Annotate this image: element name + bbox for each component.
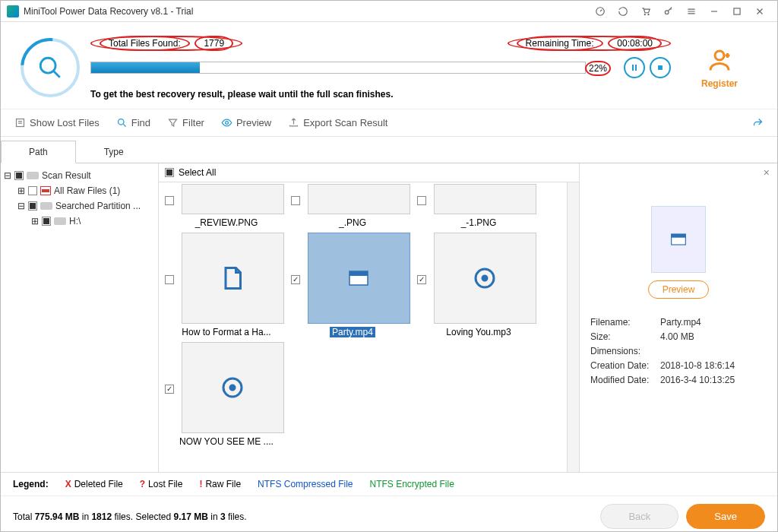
preview-panel: × Preview Filename:Party.mp4 Size:4.00 M… [580, 163, 777, 472]
tree-root[interactable]: ⊟Scan Result [4, 168, 155, 183]
legend-ntfs-compressed: NTFS Compressed File [258, 479, 353, 489]
select-all-checkbox[interactable]: Select All [159, 163, 579, 182]
progress-percent: 22% [585, 61, 611, 76]
folder-tree[interactable]: ⊟Scan Result ⊞All Raw Files (1) ⊟Searche… [1, 163, 159, 472]
meta-dimensions-label: Dimensions: [590, 346, 660, 356]
app-icon [7, 5, 19, 17]
tree-raw-files[interactable]: ⊞All Raw Files (1) [4, 183, 155, 198]
svg-rect-7 [635, 65, 637, 71]
svg-point-18 [230, 385, 235, 390]
speed-icon[interactable] [589, 1, 612, 22]
legend-label: Legend: [13, 479, 49, 489]
filter-button[interactable]: Filter [167, 117, 204, 128]
svg-point-3 [665, 10, 669, 14]
svg-rect-4 [734, 8, 740, 14]
stop-button[interactable] [650, 57, 671, 78]
meta-created-value: 2018-10-8 18:6:14 [660, 360, 735, 371]
back-button[interactable]: Back [600, 504, 678, 529]
tree-drive-h[interactable]: ⊞H:\ [4, 214, 155, 229]
tree-searched-partition[interactable]: ⊟Searched Partition ... [4, 198, 155, 214]
meta-filename-value: Party.mp4 [660, 317, 701, 328]
refresh-icon[interactable] [612, 1, 634, 22]
legend-deleted: XDeleted File [65, 479, 123, 489]
image-icon [308, 184, 410, 214]
window-title: MiniTool Power Data Recovery v8.1 - Tria… [24, 6, 589, 17]
svg-point-9 [715, 51, 724, 60]
minimize-button[interactable] [703, 1, 726, 22]
preview-thumbnail [651, 206, 706, 273]
svg-point-5 [40, 58, 55, 73]
doc-icon [182, 233, 284, 324]
export-button[interactable]: Export Scan Result [288, 117, 387, 128]
preview-file-button[interactable]: Preview [648, 280, 710, 299]
progress-bar: 22% [90, 62, 586, 74]
svg-point-2 [648, 14, 649, 14]
file-grid: _REVIEW.PNG _.PNG _-1.PNG How to Format … [159, 182, 567, 472]
svg-rect-8 [658, 65, 663, 70]
share-button[interactable] [752, 117, 764, 128]
cart-icon[interactable] [634, 1, 657, 22]
meta-size-label: Size: [590, 331, 660, 342]
tab-path[interactable]: Path [1, 141, 76, 163]
show-lost-files-button[interactable]: Show Lost Files [14, 117, 100, 128]
svg-point-1 [644, 14, 645, 14]
meta-filename-label: Filename: [590, 317, 660, 328]
view-tabs: Path Type [1, 140, 777, 163]
audio-icon [182, 342, 284, 433]
save-button[interactable]: Save [686, 504, 765, 529]
svg-rect-6 [632, 65, 634, 71]
image-icon [434, 184, 536, 214]
meta-modified-value: 2016-3-4 10:13:25 [660, 375, 735, 385]
legend-ntfs-encrypted: NTFS Encrypted File [369, 479, 454, 489]
find-button[interactable]: Find [116, 117, 150, 128]
image-icon [182, 184, 284, 214]
progress-note: To get the best recovery result, please … [90, 89, 671, 100]
titlebar: MiniTool Power Data Recovery v8.1 - Tria… [1, 1, 777, 22]
files-found: Total Files Found: 1779 [90, 36, 242, 51]
footer: Total 775.94 MB in 1812 files. Selected … [1, 496, 777, 532]
file-item-selected[interactable]: Party.mp4 [291, 233, 414, 337]
close-preview-button[interactable]: × [764, 166, 770, 179]
svg-point-11 [118, 119, 124, 125]
file-item[interactable]: _REVIEW.PNG [165, 184, 288, 228]
meta-modified-label: Modified Date: [590, 375, 660, 385]
toolbar: Show Lost Files Find Filter Preview Expo… [1, 109, 777, 137]
legend-raw: !Raw File [199, 479, 241, 489]
preview-button[interactable]: Preview [221, 117, 271, 128]
file-item[interactable]: How to Format a Ha... [165, 233, 288, 337]
svg-point-16 [482, 276, 487, 280]
footer-status: Total 775.94 MB in 1812 files. Selected … [13, 511, 593, 522]
file-item[interactable]: _.PNG [291, 184, 414, 228]
meta-size-value: 4.00 MB [660, 331, 694, 342]
tab-type[interactable]: Type [76, 141, 152, 163]
legend-lost: ?Lost File [140, 479, 183, 489]
legend: Legend: XDeleted File ?Lost File !Raw Fi… [1, 472, 777, 496]
grid-scrollbar[interactable] [567, 182, 579, 472]
register-button[interactable]: Register [682, 46, 757, 89]
meta-created-label: Creation Date: [590, 360, 660, 371]
progress-panel: Total Files Found: 1779 Remaining Time: … [1, 22, 777, 109]
register-label: Register [682, 78, 757, 89]
maximize-button[interactable] [726, 1, 748, 22]
audio-icon [434, 233, 536, 324]
file-item[interactable]: NOW YOU SEE ME .... [165, 342, 288, 447]
video-icon [308, 233, 410, 324]
file-item[interactable]: _-1.PNG [417, 184, 540, 228]
close-button[interactable] [748, 1, 771, 22]
menu-icon[interactable] [680, 1, 703, 22]
svg-rect-20 [672, 234, 686, 238]
scan-icon [21, 38, 80, 97]
svg-rect-14 [349, 271, 368, 276]
file-item[interactable]: Loving You.mp3 [417, 233, 540, 337]
remaining-time: Remaining Time: 00:08:00 [508, 36, 671, 51]
svg-point-12 [226, 122, 229, 125]
pause-button[interactable] [624, 57, 645, 78]
key-icon[interactable] [657, 1, 680, 22]
